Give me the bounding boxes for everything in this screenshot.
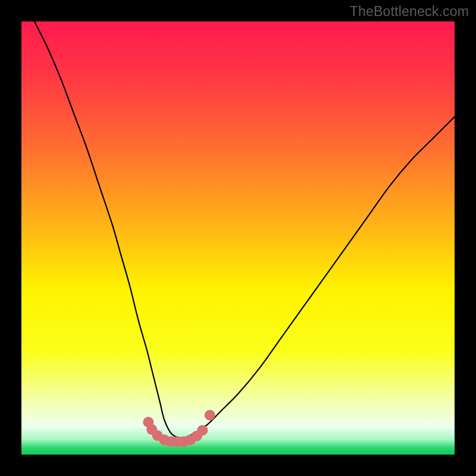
marker-dot	[205, 410, 215, 421]
gradient-background	[21, 21, 455, 455]
marker-dot	[197, 425, 208, 436]
chart-frame: TheBottleneck.com	[0, 0, 476, 476]
watermark-text: TheBottleneck.com	[350, 4, 469, 20]
chart-svg	[21, 21, 455, 455]
plot-area	[21, 21, 455, 455]
